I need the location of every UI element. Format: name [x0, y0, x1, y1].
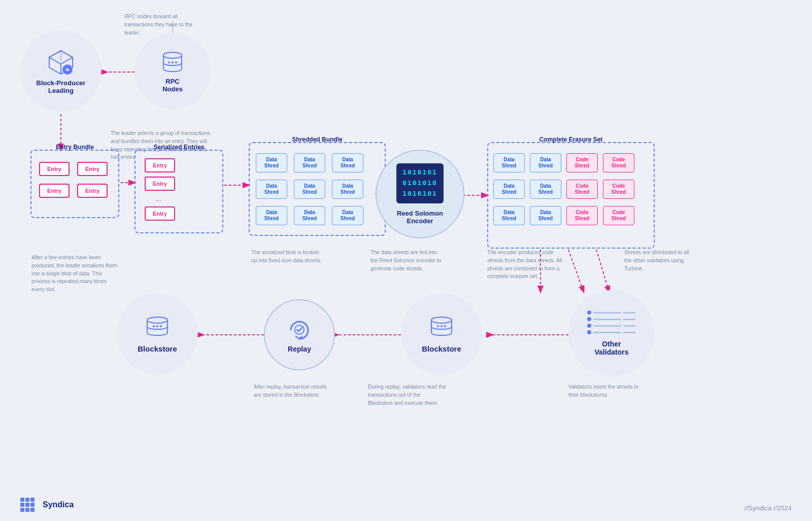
- shred-d-3-1: DataShred: [256, 206, 287, 225]
- complete-erasure-title: Complete Erasure Set: [539, 136, 603, 143]
- blockstore-left-node: Blockstore: [117, 293, 198, 374]
- binary-display: 1010101 0101010 1010101: [396, 163, 444, 203]
- replay-label: Replay: [288, 345, 311, 353]
- block-producer-node: ★ Block-Producer Leading: [20, 30, 101, 112]
- ce-d-1-2: DataShred: [530, 153, 561, 172]
- annotation-data-shreds: The data shreds are fed into the Reed So…: [370, 249, 444, 272]
- entry-item-2: Entry: [77, 162, 108, 176]
- rpc-nodes-label: RPC Nodes: [162, 78, 183, 93]
- svg-point-19: [163, 52, 182, 58]
- ce-d-2-1: DataShred: [493, 180, 525, 199]
- svg-point-21: [172, 61, 174, 63]
- shred-d-1-2: DataShred: [294, 153, 325, 172]
- svg-point-28: [431, 317, 452, 323]
- annotation-encoder-produces: The encoder produces code shreds from th…: [487, 249, 566, 281]
- shredded-bundle-title: Shredded Bundle: [292, 136, 342, 143]
- svg-point-26: [160, 325, 162, 327]
- ce-d-2-2: DataShred: [530, 180, 561, 199]
- annotation-blob-broken: The serialized blob is broken up into fi…: [251, 249, 322, 265]
- shred-d-2-1: DataShred: [256, 180, 287, 199]
- entry-item-4: Entry: [77, 184, 108, 198]
- entry-item-3: Entry: [39, 184, 70, 198]
- svg-point-23: [147, 317, 167, 323]
- footer-logo-text: Syndica: [43, 500, 74, 509]
- annotation-after-replay: After replay, transaction results are st…: [254, 383, 327, 399]
- other-validators-node: Other Validators: [568, 290, 655, 376]
- serialized-entries-box: Serialized Entries Entry Entry ... Entry: [134, 150, 223, 233]
- reed-solomon-node: 1010101 0101010 1010101 Reed Solomon Enc…: [376, 150, 464, 238]
- svg-point-31: [444, 325, 446, 327]
- entry-bundle-title: Entry Bundle: [56, 144, 94, 151]
- rpc-nodes-node: RPC Nodes: [134, 33, 211, 109]
- shredded-bundle-box: Shredded Bundle DataShred DataShred Data…: [249, 142, 386, 236]
- ce-c-3-2: CodeShred: [603, 206, 634, 225]
- syndica-logo-grid: [20, 498, 35, 512]
- svg-line-7: [568, 250, 584, 292]
- shred-d-1-1: DataShred: [256, 153, 287, 172]
- complete-erasure-box: Complete Erasure Set DataShred DataShred…: [487, 142, 655, 249]
- footer-credit: //Syndica //2024: [745, 504, 792, 512]
- blockstore-left-label: Blockstore: [138, 344, 177, 353]
- ce-c-1-1: CodeShred: [566, 153, 598, 172]
- ce-c-2-1: CodeShred: [566, 180, 598, 199]
- ce-c-1-2: CodeShred: [603, 153, 634, 172]
- ce-d-3-2: DataShred: [530, 206, 561, 225]
- annotation-rpc-forward: RPC nodes forward all transactions they …: [124, 13, 206, 37]
- replay-node: Replay: [264, 299, 335, 370]
- validators-servers: [587, 310, 636, 334]
- database-rpc-icon: [160, 49, 185, 75]
- blockstore-right-label: Blockstore: [422, 344, 461, 353]
- annotation-replay-reads: During replay, validators read the trans…: [368, 383, 447, 407]
- database-blockstore-left-icon: [144, 315, 172, 340]
- shred-d-1-3: DataShred: [332, 153, 363, 172]
- ce-c-3-1: CodeShred: [566, 206, 598, 225]
- shred-d-3-2: DataShred: [294, 206, 325, 225]
- block-producer-label: Block-Producer Leading: [37, 79, 86, 94]
- ce-d-1-1: DataShred: [493, 153, 525, 172]
- annotation-serialization: After a few entries have been produced, …: [31, 254, 118, 294]
- cube-icon: ★: [47, 48, 75, 76]
- serial-entry-2: Entry: [145, 177, 175, 191]
- svg-line-8: [596, 250, 609, 292]
- blockstore-right-node: Blockstore: [401, 293, 482, 374]
- shred-d-2-2: DataShred: [294, 180, 325, 199]
- annotation-validators-insert: Validators insert the shreds in their bl…: [568, 383, 647, 399]
- diagram-container: RPC nodes forward all transactions they …: [0, 0, 812, 521]
- replay-icon: [286, 317, 314, 342]
- entry-item-1: Entry: [39, 162, 70, 176]
- entry-bundle-box: Entry Bundle Entry Entry Entry Entry: [30, 150, 119, 218]
- svg-point-30: [441, 325, 443, 327]
- shred-d-2-3: DataShred: [332, 180, 363, 199]
- other-validators-label: Other Validators: [595, 340, 629, 356]
- svg-point-24: [153, 325, 155, 327]
- ce-c-2-2: CodeShred: [603, 180, 634, 199]
- ce-d-3-1: DataShred: [493, 206, 525, 225]
- svg-text:★: ★: [65, 66, 70, 73]
- svg-point-20: [168, 61, 170, 63]
- svg-point-25: [156, 325, 158, 327]
- svg-point-29: [437, 325, 439, 327]
- serialized-entries-title: Serialized Entries: [153, 144, 204, 151]
- footer-logo: Syndica: [20, 498, 74, 512]
- svg-point-22: [175, 61, 177, 63]
- shred-d-3-3: DataShred: [332, 206, 363, 225]
- serial-entry-3: Entry: [145, 206, 175, 221]
- annotation-shreds-distributed: Shreds are distributed to all the other …: [624, 249, 698, 272]
- reed-solomon-label: Reed Solomon Encoder: [397, 210, 443, 225]
- serial-entry-1: Entry: [145, 158, 175, 172]
- database-blockstore-right-icon: [428, 315, 456, 340]
